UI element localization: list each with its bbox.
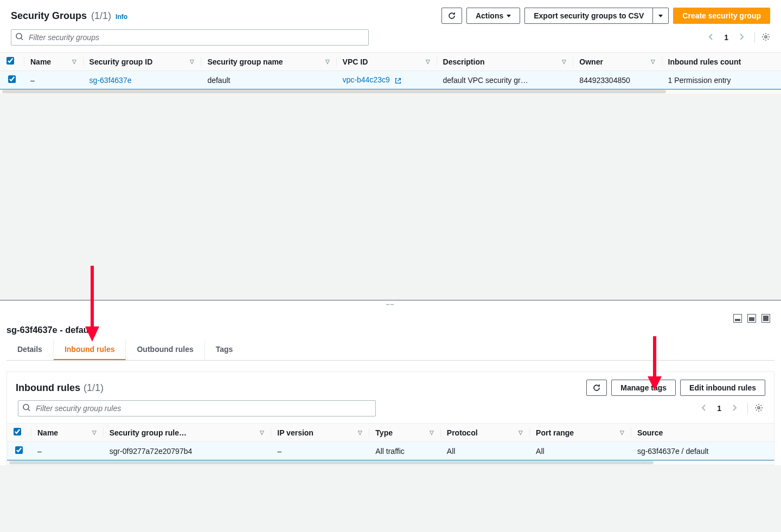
cell-ipver: –	[271, 442, 369, 460]
tab-details[interactable]: Details	[7, 339, 54, 360]
pane-layout-3-button[interactable]	[761, 314, 770, 323]
sort-icon: ▽	[358, 430, 362, 435]
col-owner[interactable]: Owner	[579, 57, 603, 66]
row-checkbox[interactable]	[8, 75, 16, 83]
divider	[747, 403, 748, 414]
sort-icon: ▽	[651, 59, 655, 65]
sort-icon: ▽	[260, 430, 264, 435]
actions-label: Actions	[476, 11, 503, 20]
page-number: 1	[717, 404, 721, 413]
pagination: 1	[705, 30, 770, 45]
cell-proto: All	[440, 442, 529, 460]
col-sgid[interactable]: Security group ID	[89, 57, 153, 66]
detail-tabs: Details Inbound rules Outbound rules Tag…	[7, 339, 774, 361]
vpc-id-link[interactable]: vpc-b44c23c9	[343, 75, 390, 84]
svg-point-0	[16, 34, 22, 39]
col-port[interactable]: Port range	[536, 428, 574, 437]
prev-page-button[interactable]	[705, 30, 718, 45]
caret-down-icon	[658, 15, 663, 17]
prev-page-button[interactable]	[697, 401, 710, 416]
tab-inbound-rules[interactable]: Inbound rules	[54, 339, 126, 360]
horizontal-scrollbar[interactable]	[7, 460, 774, 465]
pane-layout-2-button[interactable]	[747, 314, 756, 323]
cell-inbound: 1 Permission entry	[662, 71, 781, 89]
col-name[interactable]: Name	[37, 428, 58, 437]
settings-button[interactable]	[761, 33, 770, 43]
inbound-rules-count: (1/1)	[84, 382, 104, 394]
select-all-checkbox[interactable]	[7, 57, 14, 65]
sort-icon: ▽	[426, 59, 430, 65]
divider	[754, 32, 755, 43]
tab-tags[interactable]: Tags	[205, 339, 244, 360]
cell-port: All	[529, 442, 631, 460]
manage-tags-button[interactable]: Manage tags	[611, 380, 676, 396]
export-button[interactable]: Export security groups to CSV	[524, 8, 652, 24]
sort-icon: ▽	[562, 59, 566, 65]
sort-icon: ▽	[430, 430, 434, 435]
col-vpc[interactable]: VPC ID	[343, 57, 368, 66]
col-proto[interactable]: Protocol	[447, 428, 478, 437]
cell-type: All traffic	[369, 442, 440, 460]
cell-ruleid: sgr-0f9277a72e20797b4	[103, 442, 271, 460]
col-type[interactable]: Type	[375, 428, 393, 437]
security-groups-table: Name▽ Security group ID▽ Security group …	[0, 52, 781, 89]
svg-point-5	[23, 405, 29, 410]
svg-rect-3	[749, 317, 754, 321]
filter-security-groups-input[interactable]	[11, 29, 369, 46]
sort-icon: ▽	[518, 430, 523, 435]
page-title: Security Groups	[11, 10, 87, 22]
inbound-rules-table: Name▽ Security group rule…▽ IP version▽ …	[7, 423, 774, 460]
filter-rules-input[interactable]	[18, 400, 376, 416]
edit-inbound-rules-button[interactable]: Edit inbound rules	[680, 380, 765, 396]
cell-sgname: default	[201, 71, 336, 89]
svg-rect-2	[735, 319, 740, 321]
sort-icon: ▽	[190, 59, 194, 65]
cell-name: –	[31, 442, 103, 460]
inbound-refresh-button[interactable]	[586, 380, 607, 396]
external-link-icon	[394, 77, 402, 85]
col-sgname[interactable]: Security group name	[207, 57, 283, 66]
create-security-group-button[interactable]: Create security group	[673, 8, 770, 24]
refresh-button[interactable]	[441, 8, 462, 24]
sort-icon: ▽	[72, 59, 76, 65]
cell-name: –	[24, 71, 83, 89]
sort-icon: ▽	[620, 430, 624, 435]
next-page-button[interactable]	[728, 401, 741, 416]
horizontal-scrollbar[interactable]	[0, 89, 781, 94]
gear-icon	[754, 403, 763, 412]
search-icon	[22, 403, 31, 414]
col-desc[interactable]: Description	[443, 57, 485, 66]
sort-icon: ▽	[92, 430, 97, 435]
info-link[interactable]: Info	[116, 13, 127, 21]
export-dropdown-button[interactable]	[652, 8, 669, 24]
next-page-button[interactable]	[735, 30, 748, 45]
tab-outbound-rules[interactable]: Outbound rules	[126, 339, 204, 360]
table-row[interactable]: – sgr-0f9277a72e20797b4 – All traffic Al…	[7, 442, 774, 460]
page-number: 1	[724, 33, 728, 42]
inbound-pagination: 1	[697, 401, 763, 416]
pane-layout-1-button[interactable]	[733, 314, 742, 323]
split-pane-handle[interactable]: ━━	[0, 300, 781, 309]
select-all-checkbox[interactable]	[14, 428, 21, 435]
row-checkbox[interactable]	[15, 446, 23, 454]
actions-button[interactable]: Actions	[466, 8, 520, 24]
cell-source: sg-63f4637e / default	[631, 442, 774, 460]
table-row[interactable]: – sg-63f4637e default vpc-b44c23c9 defau…	[0, 71, 781, 89]
caret-down-icon	[507, 15, 511, 17]
svg-point-1	[765, 36, 767, 38]
refresh-icon	[447, 11, 456, 20]
refresh-icon	[592, 383, 601, 392]
gear-icon	[761, 33, 770, 41]
sort-icon: ▽	[325, 59, 330, 65]
page-count: (1/1)	[91, 10, 111, 22]
col-inbound[interactable]: Inbound rules count	[668, 57, 741, 66]
settings-button[interactable]	[754, 403, 763, 414]
search-icon	[15, 33, 24, 43]
col-name[interactable]: Name	[30, 57, 51, 66]
detail-title: sg-63f4637e - default	[7, 325, 774, 335]
col-ipver[interactable]: IP version	[277, 428, 313, 437]
col-source[interactable]: Source	[637, 428, 663, 437]
svg-point-6	[758, 407, 760, 409]
security-group-id-link[interactable]: sg-63f4637e	[89, 76, 132, 85]
col-ruleid[interactable]: Security group rule…	[110, 428, 187, 437]
